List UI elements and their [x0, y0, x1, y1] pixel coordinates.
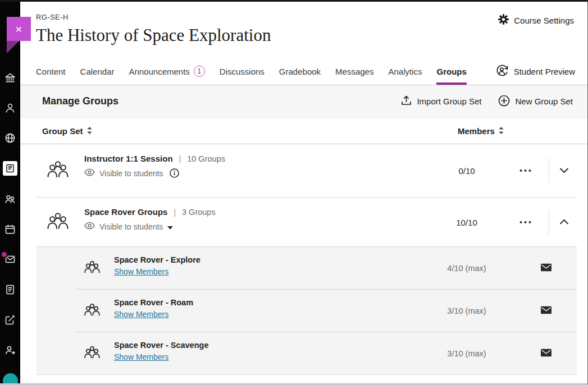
student-preview-icon	[495, 65, 508, 79]
sidebar-item-institution[interactable]	[0, 62, 20, 93]
group-set-row: Space Rover Groups | 3 Groups Visible to…	[20, 198, 587, 246]
help-icon[interactable]	[3, 373, 18, 385]
close-ribbon-tail	[7, 41, 19, 53]
close-course-button[interactable]: ×	[7, 17, 31, 41]
tab-announcements[interactable]: Announcements 1	[129, 58, 204, 85]
sort-members-button[interactable]: Members	[458, 126, 504, 136]
group-set-info: Space Rover Groups | 3 Groups Visible to…	[84, 207, 216, 231]
tab-discussions[interactable]: Discussions	[220, 58, 265, 85]
globe-icon	[4, 132, 16, 144]
group-set-icon	[47, 212, 69, 232]
tab-label: Content	[36, 67, 66, 76]
course-page: RG-SE-H The History of Space Exploration…	[20, 2, 587, 383]
overflow-menu-button[interactable]	[514, 221, 536, 223]
tab-gradebook[interactable]: Gradebook	[279, 58, 321, 85]
group-info: Space Rover - Explore Show Members	[114, 255, 200, 277]
course-title-block: RG-SE-H The History of Space Exploration	[36, 13, 271, 45]
sidebar-item-grades[interactable]	[0, 274, 20, 305]
eye-icon	[84, 222, 95, 231]
new-group-set-button[interactable]: New Group Set	[498, 95, 573, 108]
person-icon	[4, 103, 16, 113]
members-count: 10/10	[436, 217, 498, 227]
sidebar-item-courses-active[interactable]	[0, 153, 20, 184]
email-group-button[interactable]	[537, 263, 554, 273]
group-members-count: 3/10 (max)	[436, 306, 498, 315]
group-set-info: Instructor 1:1 Session | 10 Groups Visib…	[84, 154, 225, 178]
expanded-group-list: Space Rover - Explore Show Members 4/10 …	[37, 247, 577, 374]
collapse-chevron-button[interactable]	[554, 218, 573, 226]
sidebar-item-activity[interactable]	[0, 123, 20, 153]
plus-circle-icon	[498, 95, 510, 108]
group-icon	[84, 346, 100, 361]
group-icon	[84, 303, 100, 319]
tab-label: Calendar	[80, 67, 115, 76]
manage-groups-header: Manage Groups Import Group Set New Group…	[20, 85, 587, 118]
email-group-button[interactable]	[537, 306, 554, 315]
calendar-icon	[4, 224, 16, 235]
course-header: RG-SE-H The History of Space Exploration…	[20, 2, 587, 58]
envelope-icon	[541, 263, 551, 273]
group-members-count: 4/10 (max)	[436, 264, 498, 273]
group-name: Space Rover - Scavenge	[114, 341, 208, 350]
group-set-column-label: Group Set	[42, 126, 83, 136]
student-preview-button[interactable]: Student Preview	[495, 58, 575, 85]
envelope-icon	[4, 254, 16, 265]
sidebar-item-messages[interactable]	[0, 244, 20, 274]
student-preview-label: Student Preview	[514, 67, 575, 76]
sidebar-item-calendar[interactable]	[0, 214, 20, 244]
tab-calendar[interactable]: Calendar	[80, 58, 115, 85]
manage-actions: Import Group Set New Group Set	[401, 95, 573, 108]
eye-icon	[84, 168, 95, 178]
group-count: 10 Groups	[187, 154, 225, 163]
import-group-set-label: Import Group Set	[417, 97, 481, 106]
course-settings-button[interactable]: Course Settings	[498, 14, 574, 26]
sidebar-icon-list	[0, 62, 20, 365]
visibility-dropdown[interactable]: Visible to students	[84, 222, 173, 231]
sidebar-item-profile[interactable]	[0, 93, 20, 123]
divider	[549, 158, 549, 183]
members-count: 0/10	[436, 166, 498, 176]
email-group-button[interactable]	[537, 349, 554, 358]
sort-group-set-button[interactable]: Group Set	[42, 126, 92, 136]
group-row: Space Rover - Roam Show Members 3/10 (ma…	[37, 290, 577, 332]
show-members-link[interactable]: Show Members	[114, 352, 168, 361]
tab-analytics[interactable]: Analytics	[388, 58, 422, 85]
sidebar-item-sign-out[interactable]	[0, 335, 20, 365]
overflow-menu-button[interactable]	[514, 169, 536, 172]
show-members-link[interactable]: Show Members	[114, 310, 168, 319]
info-icon[interactable]	[170, 168, 179, 178]
tab-label: Discussions	[220, 67, 265, 76]
group-set-icon	[47, 161, 69, 181]
tab-groups[interactable]: Groups	[436, 58, 466, 85]
expand-chevron-button[interactable]	[554, 167, 573, 175]
announcements-count-badge: 1	[194, 66, 205, 77]
group-count: 3 Groups	[182, 208, 216, 217]
group-info: Space Rover - Roam Show Members	[114, 298, 193, 319]
visibility-label: Visible to students	[99, 169, 163, 178]
group-set-name: Space Rover Groups	[84, 207, 167, 217]
group-members-count: 3/10 (max)	[436, 349, 498, 358]
tab-label: Groups	[436, 67, 466, 76]
visibility-control[interactable]: Visible to students	[84, 168, 163, 178]
compose-icon	[4, 314, 16, 326]
separator: |	[174, 208, 176, 217]
import-group-set-button[interactable]: Import Group Set	[401, 95, 481, 107]
gear-icon	[498, 14, 509, 26]
institution-icon	[4, 72, 16, 83]
sidebar-item-organizations[interactable]	[0, 184, 20, 214]
app-window: × RG-SE-H The History of Space Explorati…	[0, 0, 588, 385]
tab-messages[interactable]: Messages	[335, 58, 373, 85]
document-icon	[4, 284, 16, 295]
caret-down-icon	[167, 222, 173, 231]
tab-content[interactable]: Content	[36, 58, 66, 85]
members-column-label: Members	[458, 126, 495, 136]
divider	[549, 210, 549, 235]
group-row: Space Rover - Scavenge Show Members 3/10…	[37, 332, 577, 374]
show-members-link[interactable]: Show Members	[114, 267, 168, 276]
person-arrow-icon	[4, 345, 16, 356]
visibility-label: Visible to students	[99, 222, 163, 231]
upload-icon	[401, 95, 412, 107]
sort-icon	[87, 126, 92, 136]
group-name: Space Rover - Roam	[114, 298, 193, 307]
sidebar-item-tools[interactable]	[0, 305, 20, 335]
